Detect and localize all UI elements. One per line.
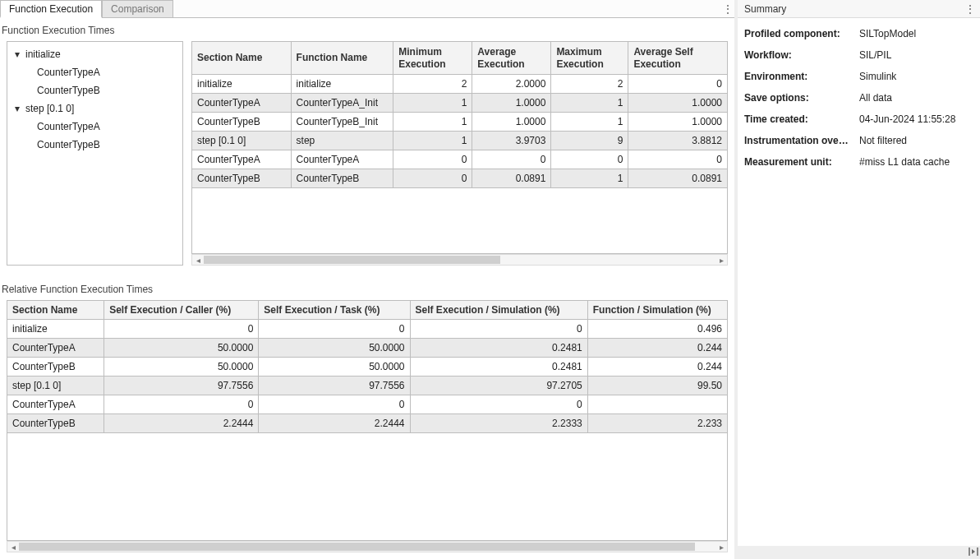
table-cell [587, 395, 727, 414]
table-cell: 1 [393, 94, 472, 113]
fet-hscroll[interactable]: ◂ ▸ [191, 254, 728, 266]
table-cell: 97.7556 [259, 377, 410, 395]
table-row[interactable]: CounterTypeB50.000050.00000.24810.244 [7, 358, 728, 377]
table-row[interactable]: CounterTypeA000 [7, 395, 728, 414]
table-row[interactable]: CounterTypeACounterTypeA0000 [192, 150, 728, 169]
summary-value: Not filtered [859, 135, 973, 146]
table-cell: 0 [472, 150, 551, 169]
tree-item[interactable]: ▾initialize [9, 45, 181, 63]
summary-row: Instrumentation ove…Not filtered [744, 130, 973, 151]
col-header[interactable]: Section Name [7, 301, 104, 320]
col-header[interactable]: MaximumExecution [551, 42, 628, 75]
table-row[interactable]: CounterTypeBCounterTypeB_Init11.000011.0… [192, 113, 728, 132]
table-cell: CounterTypeA [291, 150, 393, 169]
table-cell: 0 [259, 320, 410, 339]
table-cell: 0 [393, 150, 472, 169]
table-cell: step [0.1 0] [7, 377, 104, 395]
summary-key: Instrumentation ove… [744, 135, 859, 146]
col-header[interactable]: Average SelfExecution [628, 42, 728, 75]
table-cell: 0 [410, 320, 587, 339]
tree-expand-icon[interactable]: ▾ [12, 49, 22, 60]
rel-hscroll[interactable]: ◂ ▸ [7, 541, 728, 552]
tab-function-execution[interactable]: Function Execution [0, 0, 102, 18]
summary-key: Workflow: [744, 49, 859, 61]
table-cell: 50.0000 [259, 358, 410, 377]
summary-value: #miss L1 data cache [859, 156, 973, 168]
table-cell: 1.0000 [628, 94, 728, 113]
table-cell: 0 [628, 150, 728, 169]
col-header[interactable]: Function / Simulation (%) [587, 301, 727, 320]
col-header[interactable]: MinimumExecution [393, 42, 472, 75]
table-cell: 2.2444 [259, 414, 410, 433]
table-cell: initialize [192, 75, 292, 94]
col-header[interactable]: Self Execution / Caller (%) [104, 301, 259, 320]
table-cell: 2.2444 [104, 414, 259, 433]
table-cell: CounterTypeA [192, 150, 292, 169]
table-row[interactable]: CounterTypeB2.24442.24442.23332.233 [7, 414, 728, 433]
table-cell: 3.9703 [472, 132, 551, 150]
main-menu-icon[interactable]: ⋮ [721, 0, 734, 17]
table-cell: 0 [551, 150, 628, 169]
side-header: Summary ⋮ [738, 0, 980, 18]
tab-comparison[interactable]: Comparison [102, 0, 173, 17]
table-row[interactable]: CounterTypeBCounterTypeB00.089110.0891 [192, 169, 728, 188]
col-header[interactable]: Self Execution / Task (%) [259, 301, 410, 320]
tree-item-label: initialize [22, 49, 61, 60]
tree-item[interactable]: ▾step [0.1 0] [9, 99, 181, 118]
tree-item-label: CounterTypeA [34, 121, 100, 132]
summary-title: Summary [744, 3, 964, 15]
table-row[interactable]: initializeinitialize22.000020 [192, 75, 728, 94]
collapse-icon[interactable] [968, 547, 978, 559]
scroll-left-icon[interactable]: ◂ [192, 256, 204, 265]
col-header[interactable]: Self Execution / Simulation (%) [410, 301, 587, 320]
col-header[interactable]: AverageExecution [472, 42, 551, 75]
table-cell: 0 [410, 395, 587, 414]
scroll-thumb[interactable] [19, 543, 695, 551]
summary-row: Save options:All data [744, 87, 973, 109]
table-cell: 1 [551, 94, 628, 113]
tree-item[interactable]: CounterTypeB [9, 81, 181, 99]
table-row[interactable]: CounterTypeA50.000050.00000.24810.244 [7, 339, 728, 358]
rel-table[interactable]: Section NameSelf Execution / Caller (%)S… [7, 300, 728, 433]
tree-item[interactable]: CounterTypeB [9, 136, 181, 154]
scroll-left-icon[interactable]: ◂ [7, 543, 19, 552]
summary-key: Profiled component: [744, 28, 859, 39]
tree-item[interactable]: CounterTypeA [9, 118, 181, 136]
table-cell: 2.2333 [410, 414, 587, 433]
table-cell: 2 [393, 75, 472, 94]
tree-item-label: CounterTypeA [34, 67, 100, 78]
col-header[interactable]: Function Name [291, 42, 393, 75]
summary-value: Simulink [859, 71, 973, 82]
table-row[interactable]: step [0.1 0]step13.970393.8812 [192, 132, 728, 150]
table-cell: CounterTypeA [7, 395, 104, 414]
table-row[interactable]: step [0.1 0]97.755697.755697.270599.50 [7, 377, 728, 395]
tree-item-label: CounterTypeB [34, 85, 100, 96]
summary-row: Profiled component:SILTopModel [744, 23, 973, 44]
tree-item[interactable]: CounterTypeA [9, 63, 181, 81]
scroll-thumb[interactable] [204, 256, 500, 264]
table-cell: 50.0000 [259, 339, 410, 358]
col-header[interactable]: Section Name [192, 42, 292, 75]
fet-table[interactable]: Section NameFunction NameMinimumExecutio… [191, 41, 728, 188]
table-cell: 2.233 [587, 414, 727, 433]
tree-expand-icon[interactable]: ▾ [12, 103, 22, 114]
section-tree[interactable]: ▾initializeCounterTypeACounterTypeB▾step… [7, 41, 183, 266]
table-row[interactable]: initialize0000.496 [7, 320, 728, 339]
scroll-right-icon[interactable]: ▸ [715, 543, 727, 552]
summary-panel: Profiled component:SILTopModelWorkflow:S… [738, 18, 980, 178]
table-cell: step [0.1 0] [192, 132, 292, 150]
scroll-right-icon[interactable]: ▸ [715, 256, 727, 265]
summary-value: All data [859, 92, 973, 104]
table-cell: CounterTypeA_Init [291, 94, 393, 113]
table-cell: 0.244 [587, 339, 727, 358]
table-cell: 99.50 [587, 377, 727, 395]
table-cell: 50.0000 [104, 339, 259, 358]
tree-item-label: step [0.1 0] [22, 103, 74, 114]
table-row[interactable]: CounterTypeACounterTypeA_Init11.000011.0… [192, 94, 728, 113]
table-cell: 9 [551, 132, 628, 150]
summary-menu-icon[interactable]: ⋮ [964, 2, 977, 16]
rel-title: Relative Function Execution Times [0, 277, 734, 300]
table-cell: CounterTypeB [291, 169, 393, 188]
table-cell: 0 [259, 395, 410, 414]
summary-row: Environment:Simulink [744, 66, 973, 87]
